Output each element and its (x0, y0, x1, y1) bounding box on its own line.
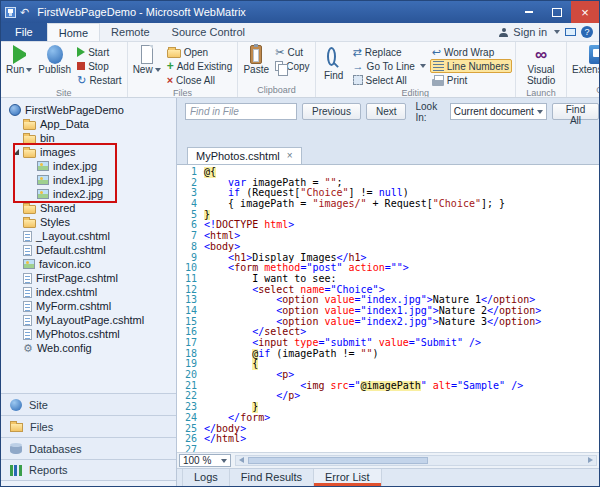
stop-button[interactable]: Stop (75, 59, 123, 73)
extensions-button[interactable]: Extensions (570, 44, 599, 76)
tree-item--layout-cshtml[interactable]: _Layout.cshtml (3, 229, 174, 243)
tree-item-firstpage-cshtml[interactable]: FirstPage.cshtml (3, 271, 174, 285)
workspace-reports[interactable]: Reports (1, 459, 176, 481)
code-token: (imagePath != (270, 349, 360, 360)
scroll-left-icon[interactable] (239, 457, 244, 463)
cut-button[interactable]: Cut (273, 45, 311, 59)
tree-item-bin[interactable]: bin (3, 131, 174, 145)
group-label-files: Files (131, 87, 235, 98)
tree-item-index-jpg[interactable]: index.jpg (3, 159, 174, 173)
word-wrap-button[interactable]: Word Wrap (430, 45, 512, 59)
code-line: 4 { imagePath = "images/" + Request["Cho… (179, 199, 599, 210)
tree-item-mylayoutpage-cshtml[interactable]: MyLayoutPage.cshtml (3, 313, 174, 327)
code-line: 7<html> (179, 231, 599, 242)
restart-icon (77, 75, 86, 86)
tree-item-default-cshtml[interactable]: Default.cshtml (3, 243, 174, 257)
tree-item-label: index.cshtml (36, 286, 97, 298)
monitor-icon[interactable] (565, 28, 576, 36)
start-button[interactable]: Start (75, 45, 123, 59)
find-button[interactable]: Find (319, 44, 349, 82)
editor-tab[interactable]: MyPhotos.cshtml (187, 147, 302, 164)
chevron-down-icon (537, 110, 543, 114)
tree-item-label: index.jpg (53, 160, 97, 172)
next-button[interactable]: Next (366, 103, 407, 120)
tab-home[interactable]: Home (47, 23, 100, 41)
tab-source-control[interactable]: Source Control (161, 23, 256, 41)
extensions-icon (589, 45, 599, 64)
tree-item-favicon-ico[interactable]: favicon.ico (3, 257, 174, 271)
print-icon (432, 79, 444, 86)
tab-find-results[interactable]: Find Results (230, 469, 314, 486)
close-button[interactable] (571, 1, 599, 23)
ribbon-group-site: Run Publish Start Stop Restart Site (1, 42, 128, 97)
tree-item-label: MyForm.cshtml (36, 300, 111, 312)
code-line: 6<!DOCTYPE html> (179, 220, 599, 231)
run-button[interactable]: Run (4, 44, 34, 76)
tree-item-styles[interactable]: Styles (3, 215, 174, 229)
maximize-button[interactable] (543, 1, 571, 23)
look-in-dropdown[interactable]: Current document (450, 103, 547, 120)
files-icon (10, 423, 23, 432)
minimize-button[interactable] (515, 1, 543, 23)
workspace-files[interactable]: Files (1, 415, 176, 437)
tree-item-myphotos-cshtml[interactable]: MyPhotos.cshtml (3, 327, 174, 341)
previous-button[interactable]: Previous (302, 103, 361, 120)
scroll-right-icon[interactable] (588, 457, 593, 463)
tree-item-firstwebpagedemo[interactable]: FirstWebPageDemo (3, 103, 174, 117)
code-token: > (264, 413, 270, 424)
horizontal-scrollbar[interactable] (235, 455, 597, 466)
tree-item-app-data[interactable]: App_Data (3, 117, 174, 131)
find-input[interactable] (185, 103, 297, 120)
open-button[interactable]: Open (165, 45, 235, 59)
code-token: img (306, 381, 324, 392)
close-all-icon (167, 75, 173, 86)
close-all-button[interactable]: Close All (165, 73, 235, 87)
workspace-site[interactable]: Site (1, 393, 176, 415)
help-icon[interactable] (581, 26, 593, 38)
add-existing-button[interactable]: Add Existing (165, 59, 235, 73)
scrollbar-thumb[interactable] (248, 457, 428, 464)
copy-button[interactable]: Copy (273, 59, 311, 73)
page-icon (23, 329, 32, 340)
select-all-label: Select All (366, 75, 407, 86)
tab-remote[interactable]: Remote (100, 23, 161, 41)
tree-item-web-config[interactable]: Web.config (3, 341, 174, 355)
tab-close-icon[interactable] (287, 151, 293, 161)
workspace-databases[interactable]: Databases (1, 437, 176, 459)
bottom-tab-bar: Logs Find Results Error List (177, 468, 599, 486)
code-line: 26</html> (179, 434, 599, 445)
go-to-line-button[interactable]: Go To Line (351, 59, 428, 73)
undo-icon[interactable] (20, 7, 29, 18)
publish-button[interactable]: Publish (36, 44, 73, 76)
paste-label: Paste (243, 64, 269, 75)
tab-error-list[interactable]: Error List (314, 469, 382, 486)
tab-file[interactable]: File (1, 23, 47, 41)
new-button[interactable]: New (131, 44, 163, 76)
print-button[interactable]: Print (430, 73, 512, 87)
close-all-label: Close All (176, 75, 215, 86)
paste-button[interactable]: Paste (241, 44, 271, 76)
sign-in-button[interactable]: Sign in (513, 26, 547, 38)
tab-logs[interactable]: Logs (182, 469, 230, 486)
replace-button[interactable]: Replace (351, 45, 428, 59)
zoom-dropdown[interactable]: 100 % (179, 454, 231, 467)
file-tree: FirstWebPageDemoApp_Databinimagesindex.j… (1, 98, 176, 355)
tree-item-shared[interactable]: Shared (3, 201, 174, 215)
visual-studio-button[interactable]: Visual Studio (519, 44, 563, 87)
tree-item-images[interactable]: images (3, 145, 174, 159)
tree-item-index2-jpg[interactable]: index2.jpg (3, 187, 174, 201)
code-token: "index2.jpg" (361, 317, 433, 328)
tree-item-index-cshtml[interactable]: index.cshtml (3, 285, 174, 299)
tree-item-myform-cshtml[interactable]: MyForm.cshtml (3, 299, 174, 313)
line-numbers-button[interactable]: Line Numbers (430, 59, 512, 73)
find-all-button[interactable]: Find All (552, 103, 599, 120)
save-icon[interactable] (5, 7, 16, 18)
code-token: </ (204, 434, 216, 445)
folder-icon (23, 135, 36, 144)
restart-button[interactable]: Restart (75, 73, 123, 87)
tree-item-index1-jpg[interactable]: index1.jpg (3, 173, 174, 187)
tree-expander-icon[interactable] (13, 149, 19, 155)
select-all-button[interactable]: Select All (351, 73, 428, 87)
code-editor[interactable]: 1@{2 var imagePath = "";3 if (Request["C… (177, 164, 599, 452)
tree-item-label: FirstPage.cshtml (36, 272, 118, 284)
